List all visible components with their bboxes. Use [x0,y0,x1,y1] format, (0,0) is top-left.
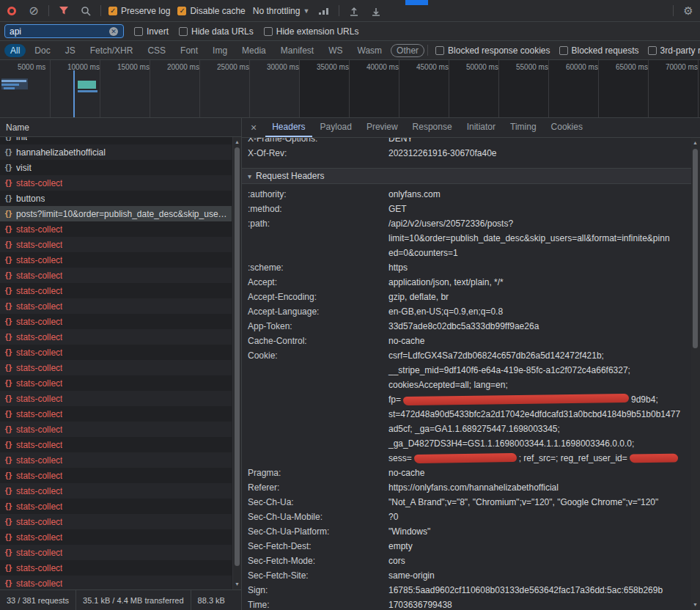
tab-headers[interactable]: Headers [265,118,312,137]
request-row[interactable]: {}stats-collect [0,375,232,391]
filter-chip-all[interactable]: All [4,44,26,57]
settings-button[interactable]: ⚙ [681,4,696,18]
request-row[interactable]: {}stats-collect [0,468,232,483]
request-row[interactable]: {}stats-collect [0,529,232,545]
request-row[interactable]: {}stats-collect [0,298,232,314]
file-type-icon: {} [4,240,12,249]
disable-cache-checkbox[interactable]: Disable cache [177,6,245,16]
filter-chip-ws[interactable]: WS [323,44,348,57]
request-row[interactable]: {}stats-collect [0,437,232,452]
request-row[interactable]: {}stats-collect [0,221,232,237]
tab-cookies[interactable]: Cookies [545,118,589,137]
tab-initiator[interactable]: Initiator [460,118,502,137]
request-row[interactable]: {}posts?limit=10&order=publish_date_desc… [0,206,232,221]
filter-chip-img[interactable]: Img [207,44,233,57]
request-row[interactable]: {}stats-collect [0,237,232,252]
devtools-network-panel: ⊘ Preserve log Disable cache No throttli… [0,0,700,610]
search-button[interactable] [78,4,93,18]
header-value-line: no-cache [388,466,700,480]
request-row[interactable]: {}stats-collect [0,252,232,268]
toolbar-divider [427,45,428,56]
record-button[interactable] [4,4,19,18]
filter-chip-fetch-xhr[interactable]: Fetch/XHR [84,44,139,57]
request-row[interactable]: {}stats-collect [0,483,232,499]
filter-toggle-button[interactable] [56,4,71,18]
request-row[interactable]: {}stats-collect [0,391,232,406]
checkbox-box [134,27,143,36]
hide-data-urls-checkbox[interactable]: Hide data URLs [179,26,254,37]
request-headers-section[interactable]: ▾ Request Headers [242,168,700,184]
request-row[interactable]: {}stats-collect [0,283,232,298]
scroll-down-arrow[interactable]: ▼ [233,580,241,589]
network-conditions-button[interactable] [317,4,331,18]
blocked-response-cookies-checkbox[interactable]: Blocked response cookies [435,45,550,56]
request-row[interactable]: {}stats-collect [0,422,232,437]
clear-filter-icon[interactable]: ✕ [109,27,118,36]
timeline-tick-label: 10000 ms [67,63,100,71]
request-row[interactable]: {}stats-collect [0,545,232,560]
throttling-select[interactable]: No throttling ▼ [253,6,310,16]
request-row[interactable]: {}stats-collect [0,576,232,589]
scrollbar-thumb[interactable] [693,149,698,348]
filter-chip-font[interactable]: Font [174,44,204,57]
request-row[interactable]: {}stats-collect [0,268,232,283]
request-name: stats-collect [16,455,62,466]
scrollbar-thumb[interactable] [235,147,240,566]
request-row[interactable]: {}stats-collect [0,360,232,375]
timeline-overview[interactable]: 5000 ms10000 ms15000 ms20000 ms25000 ms3… [0,60,700,118]
request-row[interactable]: {}hannahelizabethofficial [0,144,232,160]
preserve-log-checkbox[interactable]: Preserve log [108,6,170,16]
activity-bar [1,84,19,86]
filter-chip-css[interactable]: CSS [141,44,172,57]
filter-input[interactable]: ✕ [4,24,124,38]
scroll-up-arrow[interactable]: ▲ [233,138,241,147]
request-row[interactable]: {}stats-collect [0,560,232,576]
import-har-button[interactable] [347,4,361,18]
header-value: DENY [388,138,700,146]
request-row[interactable]: {}stats-collect [0,329,232,345]
request-row[interactable]: {}buttons [0,191,232,206]
header-value: https://onlyfans.com/hannahelizabethoffi… [388,480,700,495]
filter-chip-other[interactable]: Other [391,44,424,57]
timeline-gridline [548,60,549,117]
header-value-line: application/json, text/plain, */* [388,275,700,290]
request-row[interactable]: {}stats-collect [0,345,232,360]
third-party-requests-checkbox[interactable]: 3rd-party requests [648,45,700,56]
scroll-down-arrow[interactable]: ▼ [691,600,699,609]
header-value: same-origin [388,568,700,583]
request-row[interactable]: {}stats-collect [0,452,232,468]
filter-chip-js[interactable]: JS [59,44,81,57]
hide-extension-urls-checkbox[interactable]: Hide extension URLs [264,26,359,37]
request-row[interactable]: {}stats-collect [0,406,232,422]
timeline-gridline [100,60,100,117]
request-name: stats-collect [16,378,62,389]
request-row[interactable]: {}stats-collect [0,314,232,329]
filter-chip-media[interactable]: Media [236,44,272,57]
close-details-button[interactable]: × [243,118,264,137]
tab-timing[interactable]: Timing [504,118,543,137]
tab-response[interactable]: Response [406,118,459,137]
request-row[interactable]: {}stats-collect [0,175,232,191]
filter-chip-doc[interactable]: Doc [29,44,56,57]
tab-preview[interactable]: Preview [360,118,405,137]
request-name: stats-collect [16,301,62,312]
request-row[interactable]: {}stats-collect [0,514,232,529]
header-row: :authority:onlyfans.com [248,187,700,202]
filter-text-field[interactable] [10,26,106,37]
request-row[interactable]: {}init [0,137,232,144]
header-value: empty [388,539,700,554]
blocked-requests-checkbox[interactable]: Blocked requests [559,45,639,56]
name-column-header[interactable]: Name [0,118,241,137]
filter-chip-wasm[interactable]: Wasm [352,44,388,57]
clear-network-log-button[interactable]: ⊘ [26,4,41,18]
request-row[interactable]: {}visit [0,160,232,175]
filter-chip-manifest[interactable]: Manifest [275,44,320,57]
scroll-up-arrow[interactable]: ▲ [691,139,699,147]
details-tab-bar: × HeadersPayloadPreviewResponseInitiator… [242,118,700,138]
request-row[interactable]: {}stats-collect [0,499,232,514]
header-name: App-Token: [248,319,388,334]
tab-payload[interactable]: Payload [314,118,358,137]
export-har-button[interactable] [369,4,383,18]
type-filter-bar: AllDocJSFetch/XHRCSSFontImgMediaManifest… [0,41,700,60]
invert-checkbox[interactable]: Invert [134,26,169,37]
